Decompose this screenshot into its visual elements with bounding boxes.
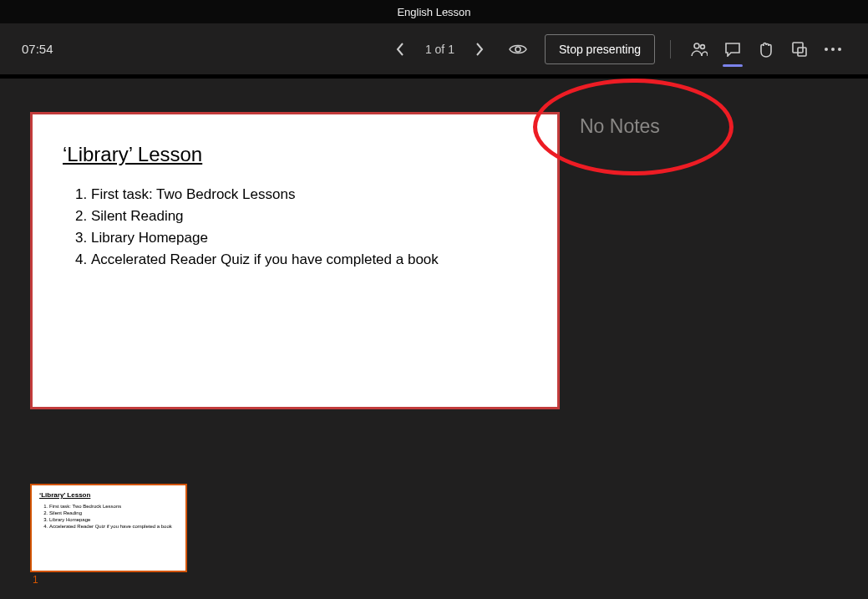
call-duration: 07:54 — [22, 42, 72, 56]
slide-list: First task: Two Bedrock Lessons Silent R… — [63, 186, 527, 268]
next-slide-button[interactable] — [464, 34, 495, 64]
list-item: Silent Reading — [91, 208, 527, 225]
list-item: Silent Reading — [49, 510, 178, 515]
presenter-content: ‘Library’ Lesson First task: Two Bedrock… — [0, 75, 868, 599]
list-item: Library Homepage — [91, 230, 527, 246]
view-icon[interactable] — [503, 34, 533, 64]
people-icon[interactable] — [684, 34, 714, 64]
raise-hand-icon[interactable] — [751, 34, 781, 64]
more-options-button[interactable] — [816, 39, 850, 59]
thumb-list: First task: Two Bedrock Lessons Silent R… — [39, 504, 178, 529]
svg-point-2 — [701, 44, 705, 48]
slide-heading: ‘Library’ Lesson — [63, 143, 527, 166]
presenter-toolbar: 07:54 1 of 1 Stop presenting — [0, 23, 868, 75]
window-title: English Lesson — [397, 6, 470, 18]
list-item: Accelerated Reader Quiz if you have comp… — [91, 251, 527, 268]
svg-point-0 — [515, 47, 520, 52]
toolbar-divider — [670, 40, 671, 58]
thumb-heading: ‘Library’ Lesson — [39, 491, 178, 499]
chat-icon[interactable] — [718, 34, 748, 64]
breakout-rooms-icon[interactable] — [784, 34, 815, 64]
svg-point-1 — [694, 43, 699, 48]
prev-slide-button[interactable] — [385, 34, 415, 64]
list-item: Accelerated Reader Quiz if you have comp… — [49, 524, 178, 529]
svg-rect-4 — [798, 48, 806, 56]
stop-presenting-button[interactable]: Stop presenting — [545, 34, 655, 64]
window-title-bar: English Lesson — [0, 0, 868, 23]
thumbnail-number: 1 — [30, 574, 187, 586]
notes-placeholder: No Notes — [580, 115, 660, 138]
list-item: First task: Two Bedrock Lessons — [49, 504, 178, 509]
slide-thumbnail[interactable]: ‘Library’ Lesson First task: Two Bedrock… — [30, 484, 187, 572]
slide-nav: 1 of 1 — [385, 34, 533, 64]
slide-thumbnails: ‘Library’ Lesson First task: Two Bedrock… — [30, 484, 187, 586]
current-slide: ‘Library’ Lesson First task: Two Bedrock… — [30, 112, 560, 409]
slide-counter: 1 of 1 — [419, 43, 461, 56]
list-item: First task: Two Bedrock Lessons — [91, 186, 527, 203]
list-item: Library Homepage — [49, 517, 178, 522]
